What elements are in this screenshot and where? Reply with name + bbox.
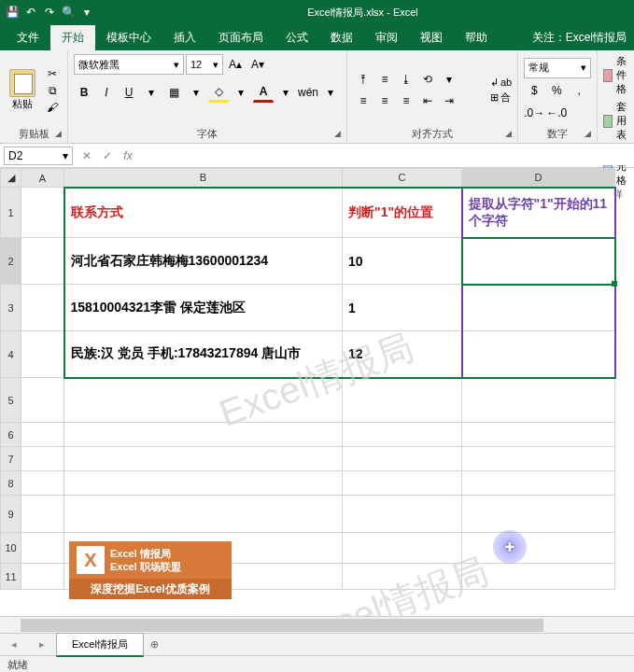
cell-b8[interactable]	[64, 471, 343, 496]
align-right-icon[interactable]: ≡	[396, 91, 416, 111]
cell-d11[interactable]	[462, 564, 615, 590]
tab-home[interactable]: 开始	[50, 25, 95, 50]
decrease-font-icon[interactable]: A▾	[247, 54, 268, 75]
font-color-button[interactable]: A	[253, 82, 274, 103]
row-header-10[interactable]: 10	[1, 533, 21, 564]
merge-button[interactable]: ⊞合	[490, 91, 512, 105]
cell-c7[interactable]	[343, 447, 462, 471]
row-header-11[interactable]: 11	[1, 564, 21, 590]
cell-c9[interactable]	[343, 496, 462, 533]
cell-c4[interactable]: 12	[343, 331, 462, 378]
col-header-c[interactable]: C	[343, 169, 462, 188]
cell-a11[interactable]	[21, 564, 64, 590]
tab-data[interactable]: 数据	[319, 25, 364, 50]
cell-b9[interactable]	[64, 496, 343, 533]
cancel-formula-icon[interactable]: ✕	[77, 147, 97, 165]
align-left-icon[interactable]: ≡	[353, 91, 373, 111]
font-color-more-icon[interactable]: ▾	[275, 82, 296, 103]
cell-a3[interactable]	[21, 285, 64, 331]
cell-a5[interactable]	[21, 378, 64, 423]
about-link[interactable]: 关注：Excel情报局	[525, 25, 634, 50]
name-box[interactable]: D2▾	[4, 147, 73, 165]
comma-format-icon[interactable]: ,	[569, 80, 589, 101]
cell-d1[interactable]: 提取从字符"1"开始的11个字符	[462, 188, 615, 238]
align-center-icon[interactable]: ≡	[374, 91, 395, 111]
cell-b5[interactable]	[64, 378, 343, 423]
cell-a7[interactable]	[21, 447, 64, 471]
cell-a1[interactable]	[21, 188, 64, 238]
orientation-icon[interactable]: ⟲	[417, 69, 438, 90]
cell-a10[interactable]	[21, 533, 64, 564]
sheet-tab-active[interactable]: Excel情报局	[56, 633, 144, 657]
fill-color-button[interactable]: ◇	[208, 82, 229, 103]
cell-d3[interactable]	[462, 285, 615, 331]
cell-c3[interactable]: 1	[343, 285, 462, 331]
tab-help[interactable]: 帮助	[454, 25, 499, 50]
decrease-indent-icon[interactable]: ⇤	[417, 91, 438, 111]
underline-more-icon[interactable]: ▾	[141, 82, 162, 103]
cell-a8[interactable]	[21, 471, 64, 496]
number-format-combo[interactable]: 常规▾	[524, 58, 591, 78]
cell-c5[interactable]	[343, 378, 462, 423]
row-header-9[interactable]: 9	[1, 496, 21, 533]
save-icon[interactable]: 💾	[4, 4, 21, 21]
decrease-decimal-icon[interactable]: ←.0	[546, 103, 567, 123]
redo-icon[interactable]: ↷	[41, 4, 58, 21]
align-top-icon[interactable]: ⭱	[353, 69, 373, 90]
copy-icon[interactable]: ⧉	[43, 83, 62, 98]
select-all-corner[interactable]: ◢	[1, 169, 21, 188]
cell-a9[interactable]	[21, 496, 64, 533]
font-size-combo[interactable]: 12▾	[186, 54, 223, 75]
align-middle-icon[interactable]: ≡	[374, 69, 395, 90]
format-table-button[interactable]: 套用表	[603, 100, 632, 142]
row-header-8[interactable]: 8	[1, 471, 21, 496]
col-header-b[interactable]: B	[64, 169, 343, 188]
cell-d9[interactable]	[462, 496, 615, 533]
tab-nav-next-icon[interactable]: ▸	[39, 638, 45, 651]
formula-input[interactable]	[138, 147, 634, 165]
border-more-icon[interactable]: ▾	[186, 82, 206, 103]
cell-b4[interactable]: 民族:汉 党员 手机:17843217894 唐山市	[64, 331, 343, 378]
align-bottom-icon[interactable]: ⭳	[396, 69, 416, 90]
orientation-more-icon[interactable]: ▾	[439, 69, 459, 90]
horizontal-scrollbar[interactable]	[21, 619, 543, 632]
cell-c2[interactable]: 10	[343, 238, 462, 285]
enter-formula-icon[interactable]: ✓	[97, 147, 118, 165]
percent-format-icon[interactable]: %	[546, 80, 567, 101]
cut-icon[interactable]: ✂	[43, 66, 62, 81]
cell-d10[interactable]	[462, 533, 615, 564]
increase-decimal-icon[interactable]: .0→	[524, 103, 544, 123]
cell-b7[interactable]	[64, 447, 343, 471]
cell-d4[interactable]	[462, 331, 615, 378]
cell-a6[interactable]	[21, 423, 64, 447]
col-header-a[interactable]: A	[21, 169, 64, 188]
phonetic-button[interactable]: wén	[298, 82, 318, 103]
cell-a4[interactable]	[21, 331, 64, 378]
cell-c11[interactable]	[343, 564, 462, 590]
font-name-combo[interactable]: 微软雅黑▾	[74, 54, 184, 75]
italic-button[interactable]: I	[96, 82, 117, 103]
cell-c6[interactable]	[343, 423, 462, 447]
cell-d8[interactable]	[462, 471, 615, 496]
cell-b6[interactable]	[64, 423, 343, 447]
tab-layout[interactable]: 页面布局	[207, 25, 275, 50]
cell-d6[interactable]	[462, 423, 615, 447]
increase-font-icon[interactable]: A▴	[225, 54, 246, 75]
row-header-4[interactable]: 4	[1, 331, 21, 378]
border-button[interactable]: ▦	[163, 82, 184, 103]
fx-icon[interactable]: fx	[118, 147, 138, 165]
bold-button[interactable]: B	[74, 82, 94, 103]
cell-b1[interactable]: 联系方式	[64, 188, 343, 238]
row-header-3[interactable]: 3	[1, 285, 21, 331]
undo-icon[interactable]: ↶	[22, 4, 39, 21]
tab-review[interactable]: 审阅	[364, 25, 409, 50]
tab-formula[interactable]: 公式	[275, 25, 319, 50]
row-header-1[interactable]: 1	[1, 188, 21, 238]
cell-c10[interactable]	[343, 533, 462, 564]
underline-button[interactable]: U	[119, 82, 139, 103]
increase-indent-icon[interactable]: ⇥	[439, 91, 459, 111]
cell-b3[interactable]: 15810004321李雷 保定莲池区	[64, 285, 343, 331]
cell-d5[interactable]	[462, 378, 615, 423]
tab-nav-prev-icon[interactable]: ◂	[11, 638, 17, 651]
align-dialog-icon[interactable]: ◢	[505, 129, 512, 138]
